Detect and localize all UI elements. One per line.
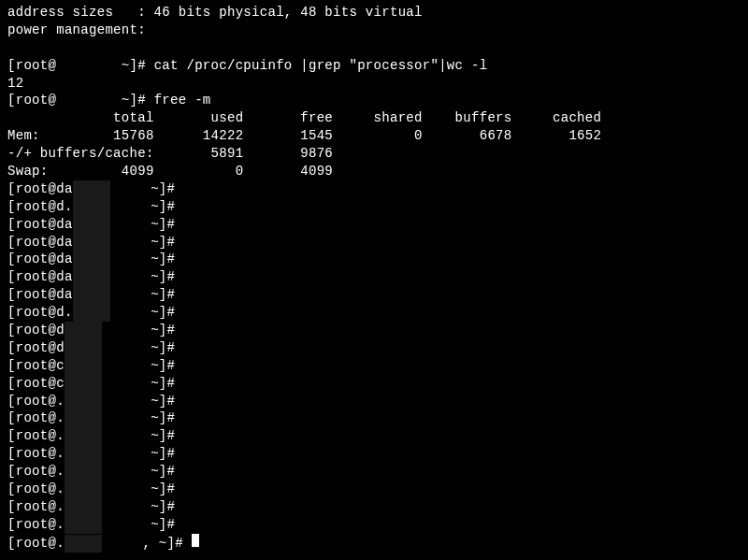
empty-prompt: [root@.xx ~]# — [7, 516, 741, 534]
empty-prompt: [root@cxx ~]# — [7, 357, 741, 375]
empty-prompt: [root@dxx ~]# — [7, 339, 741, 357]
prompt-left: [root@d — [7, 322, 65, 339]
empty-prompt: [root@daxx ~]# — [7, 286, 741, 304]
prompt-left: [root@. — [7, 535, 65, 553]
prompt-right: ~]# — [102, 498, 175, 516]
redacted-hostname: xx — [73, 234, 110, 251]
empty-prompt: [root@.xx ~]# — [7, 481, 741, 498]
prompt-right: ~]# — [102, 339, 175, 357]
prompt-right: ~]# — [110, 304, 176, 322]
prompt-left: [root@c — [7, 357, 65, 375]
prompt: [root@ ~]# — [7, 58, 154, 73]
prompt-left: [root@da — [7, 251, 73, 268]
empty-prompt: [root@.xx ~]# — [7, 393, 741, 410]
prompt-left: [root@d — [7, 339, 65, 357]
prompt-left: [root@. — [7, 498, 65, 516]
redacted-hostname: xx — [73, 180, 110, 198]
redacted-hostname: xx — [65, 339, 102, 357]
prompt-right: ~]# — [102, 463, 175, 481]
empty-prompt: [root@daxx ~]# — [7, 180, 741, 198]
prompt-left: [root@. — [7, 481, 65, 498]
empty-prompt: [root@.xx ~]# — [7, 445, 741, 463]
empty-prompt: [root@daxx ~]# — [7, 216, 741, 234]
prompt-left: [root@da — [7, 268, 73, 286]
prompt-left: [root@d. — [7, 198, 73, 216]
redacted-hostname: xx — [73, 286, 110, 304]
empty-prompt: [root@.xx ~]# — [7, 498, 741, 516]
prompt-right: ~]# — [110, 180, 176, 198]
prompt-left: [root@c — [7, 375, 65, 393]
empty-prompt: [root@.xx ~]# — [7, 427, 741, 445]
terminal-output[interactable]: address sizes : 46 bits physical, 48 bit… — [7, 4, 741, 553]
free-header: total used free shared buffers cached — [7, 109, 741, 127]
command-text: cat /proc/cpuinfo |grep "processor"|wc -… — [154, 58, 488, 73]
empty-prompt: [root@daxx ~]# — [7, 234, 741, 251]
redacted-hostname: xx — [73, 216, 110, 234]
redacted-hostname: xx — [73, 304, 110, 322]
cpuinfo-address-sizes: address sizes : 46 bits physical, 48 bit… — [7, 4, 741, 22]
redacted-hostname: xx — [65, 516, 102, 534]
redacted-hostname: xx — [65, 393, 102, 410]
current-prompt[interactable]: [root@.xx , ~]# — [7, 534, 741, 553]
prompt-right: ~]# — [102, 427, 175, 445]
redacted-hostname: xx — [65, 409, 102, 427]
command-text: free -m — [154, 93, 211, 108]
prompt-right: ~]# — [102, 393, 175, 410]
free-buffers-row: -/+ buffers/cache: 5891 9876 — [7, 145, 741, 163]
cursor-icon — [192, 534, 199, 547]
redacted-hostname: xx — [65, 481, 102, 498]
cmd-cat-cpuinfo: [root@ ~]# cat /proc/cpuinfo |grep "proc… — [7, 57, 741, 75]
empty-prompt: [root@daxx ~]# — [7, 251, 741, 268]
prompt: [root@ ~]# — [7, 93, 154, 108]
prompt-left: [root@. — [7, 409, 65, 427]
redacted-hostname: xx — [65, 535, 102, 553]
empty-prompt: [root@d.xx ~]# — [7, 304, 741, 322]
empty-prompt: [root@.xx ~]# — [7, 409, 741, 427]
redacted-hostname: xx — [65, 445, 102, 463]
prompt-right: , ~]# — [102, 535, 192, 553]
prompt-right: ~]# — [102, 322, 175, 339]
redacted-hostname: xx — [65, 427, 102, 445]
prompt-left: [root@da — [7, 234, 73, 251]
prompt-right: ~]# — [110, 216, 176, 234]
free-swap-row: Swap: 4099 0 4099 — [7, 163, 741, 180]
prompt-left: [root@da — [7, 180, 73, 198]
prompt-left: [root@da — [7, 286, 73, 304]
prompt-left: [root@. — [7, 516, 65, 534]
cpuinfo-power-mgmt: power management: — [7, 22, 741, 39]
prompt-left: [root@d. — [7, 304, 73, 322]
prompt-right: ~]# — [102, 445, 175, 463]
prompt-right: ~]# — [110, 268, 176, 286]
prompt-right: ~]# — [102, 357, 175, 375]
prompt-right: ~]# — [110, 198, 176, 216]
empty-prompts-block: [root@daxx ~]#[root@d.xx ~]#[root@daxx ~… — [7, 180, 741, 534]
redacted-hostname: xx — [65, 322, 102, 339]
prompt-right: ~]# — [110, 234, 176, 251]
cmd-free: [root@ ~]# free -m — [7, 92, 741, 109]
prompt-left: [root@. — [7, 427, 65, 445]
prompt-left: [root@. — [7, 463, 65, 481]
prompt-right: ~]# — [102, 409, 175, 427]
redacted-hostname: xx — [65, 463, 102, 481]
prompt-left: [root@da — [7, 216, 73, 234]
empty-prompt: [root@d.xx ~]# — [7, 198, 741, 216]
prompt-right: ~]# — [110, 286, 176, 304]
redacted-hostname: xx — [73, 198, 110, 216]
empty-prompt: [root@daxx ~]# — [7, 268, 741, 286]
prompt-right: ~]# — [102, 481, 175, 498]
redacted-hostname: xx — [65, 375, 102, 393]
prompt-right: ~]# — [102, 516, 175, 534]
empty-prompt: [root@dxx ~]# — [7, 322, 741, 339]
blank-line — [7, 39, 741, 57]
redacted-hostname: xx — [73, 268, 110, 286]
prompt-left: [root@. — [7, 445, 65, 463]
prompt-right: ~]# — [110, 251, 176, 268]
prompt-left: [root@. — [7, 393, 65, 410]
cat-cpuinfo-output: 12 — [7, 75, 741, 93]
empty-prompt: [root@.xx ~]# — [7, 463, 741, 481]
prompt-right: ~]# — [102, 375, 175, 393]
free-mem-row: Mem: 15768 14222 1545 0 6678 1652 — [7, 127, 741, 145]
redacted-hostname: xx — [65, 357, 102, 375]
redacted-hostname: xx — [65, 498, 102, 516]
redacted-hostname: xx — [73, 251, 110, 268]
